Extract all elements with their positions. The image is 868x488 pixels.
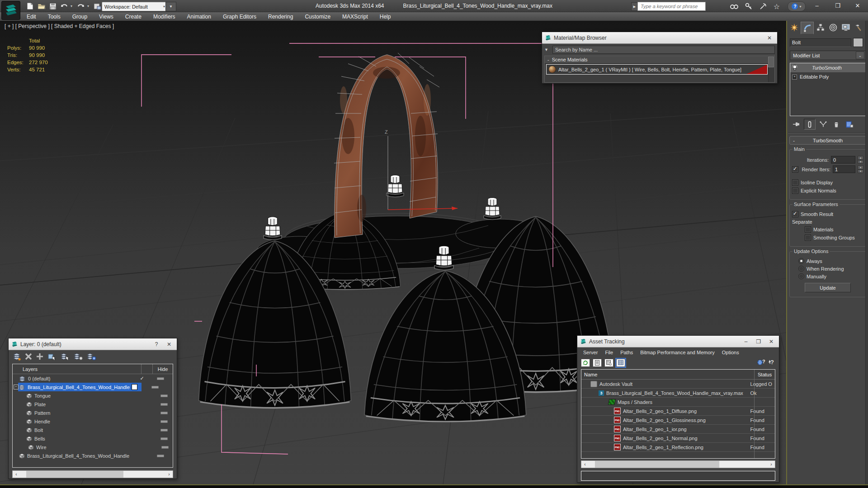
refresh-button[interactable] bbox=[581, 359, 590, 367]
menu-views[interactable]: Views bbox=[93, 14, 119, 20]
menu-group[interactable]: Group bbox=[66, 14, 93, 20]
context-help-button[interactable]: ? bbox=[768, 359, 775, 366]
layer-object-row-brass-bell-object[interactable]: Brass_Liturgical_Bell_4_Tones_Wood_Handl… bbox=[13, 451, 173, 460]
asset-tracking-titlebar[interactable]: Asset Tracking – ❒ ✕ bbox=[577, 336, 779, 347]
menu-create[interactable]: Create bbox=[119, 14, 147, 20]
favorites-button[interactable]: ☆ bbox=[771, 2, 782, 11]
asset-row-reflection[interactable]: PNG Altar_Bells_2_geo_1_Reflection.png F… bbox=[581, 443, 775, 452]
menu-help[interactable]: Help bbox=[374, 14, 397, 20]
layer-object-row-bolt[interactable]: Bolt bbox=[13, 426, 173, 434]
expand-plus-icon[interactable]: + bbox=[792, 75, 797, 80]
sign-in-button[interactable] bbox=[743, 2, 754, 11]
current-layer-checkbox[interactable] bbox=[132, 384, 137, 390]
hide-toggle[interactable] bbox=[148, 455, 173, 457]
menu-rendering[interactable]: Rendering bbox=[262, 14, 299, 20]
tab-modify[interactable] bbox=[801, 22, 814, 34]
menu-modifiers[interactable]: Modifiers bbox=[147, 14, 181, 20]
layer-panel-help-button[interactable]: ? bbox=[151, 341, 161, 347]
project-folder-button[interactable] bbox=[93, 2, 102, 10]
hide-toggle[interactable] bbox=[156, 437, 173, 440]
scroll-left-arrow[interactable]: ‹ bbox=[13, 472, 20, 477]
isoline-display-checkbox[interactable] bbox=[792, 179, 798, 186]
render-iters-spinner[interactable]: ▴ ▾ bbox=[858, 165, 863, 173]
layers-column-header[interactable]: Layers bbox=[13, 366, 141, 372]
pin-stack-button[interactable] bbox=[791, 119, 802, 129]
maximize-button[interactable]: ❒ bbox=[830, 0, 845, 11]
smooth-result-checkbox[interactable] bbox=[792, 211, 798, 217]
set-current-layer-button[interactable] bbox=[60, 352, 70, 361]
object-name-field[interactable]: Bolt bbox=[790, 38, 851, 47]
workspace-selector[interactable]: Workspace: Default ▾ bbox=[102, 2, 168, 11]
hide-column-header[interactable]: Hide bbox=[152, 364, 173, 374]
new-file-button[interactable] bbox=[25, 2, 35, 10]
scroll-thumb[interactable] bbox=[595, 461, 719, 468]
smoothing-groups-checkbox[interactable] bbox=[805, 235, 811, 241]
scroll-track[interactable] bbox=[20, 471, 165, 478]
menu-tools[interactable]: Tools bbox=[42, 14, 66, 20]
scroll-left-arrow[interactable]: ‹ bbox=[581, 462, 589, 467]
layer-object-row-wire[interactable]: Wire bbox=[13, 443, 173, 451]
filter-funnel-icon[interactable]: ▼ bbox=[544, 47, 551, 52]
spin-down-icon[interactable]: ▾ bbox=[858, 160, 863, 164]
material-list-scrollbar[interactable] bbox=[768, 56, 774, 82]
asset-row-ior[interactable]: PNG Altar_Bells_2_geo_1_ior.png Found bbox=[581, 425, 775, 434]
current-layer-check[interactable]: ✓ bbox=[136, 375, 148, 381]
update-button[interactable]: Update bbox=[805, 283, 851, 292]
delete-layer-button[interactable] bbox=[24, 352, 33, 361]
asset-maximize-button[interactable]: ❒ bbox=[754, 338, 764, 345]
open-file-button[interactable] bbox=[37, 2, 46, 10]
remove-modifier-button[interactable] bbox=[831, 119, 842, 129]
menu-bitmap-performance[interactable]: Bitmap Performance and Memory bbox=[637, 350, 717, 355]
spin-up-icon[interactable]: ▴ bbox=[858, 165, 863, 169]
asset-row-diffuse[interactable]: PNG Altar_Bells_2_geo_1_Diffuse.png Foun… bbox=[581, 407, 775, 416]
select-table-button[interactable] bbox=[604, 359, 613, 367]
layer-properties-button[interactable] bbox=[86, 352, 96, 361]
layer-object-row-bells[interactable]: Bells bbox=[13, 434, 173, 443]
hide-toggle[interactable] bbox=[148, 377, 173, 380]
when-rendering-radio[interactable] bbox=[798, 266, 804, 272]
asset-row-maxfile[interactable]: 3 Brass_Liturgical_Bell_4_Tones_Wood_Han… bbox=[581, 389, 775, 398]
scroll-track[interactable] bbox=[589, 461, 768, 468]
scroll-right-arrow[interactable]: › bbox=[768, 462, 775, 467]
hide-toggle[interactable] bbox=[156, 394, 173, 397]
tab-motion[interactable] bbox=[827, 22, 839, 33]
manually-radio[interactable] bbox=[798, 273, 804, 279]
asset-minimize-button[interactable]: – bbox=[741, 338, 751, 345]
always-radio[interactable] bbox=[798, 258, 804, 264]
quick-access-overflow-button[interactable]: ▼ bbox=[165, 2, 176, 11]
layer-object-row-hendle[interactable]: Hendle bbox=[13, 417, 173, 426]
menu-paths[interactable]: Paths bbox=[617, 350, 636, 355]
render-iters-checkbox[interactable] bbox=[792, 166, 798, 173]
close-button[interactable]: ✕ bbox=[850, 0, 865, 11]
material-search-input[interactable]: Search by Name ... bbox=[552, 46, 775, 54]
layer-horizontal-scrollbar[interactable]: ‹ › bbox=[12, 470, 173, 478]
layer-panel-close-button[interactable]: ✕ bbox=[164, 341, 174, 347]
layer-panel-titlebar[interactable]: Layer: 0 (default) ? ✕ bbox=[9, 338, 177, 350]
materials-checkbox[interactable] bbox=[805, 226, 811, 233]
layer-object-row-pattern[interactable]: Pattern bbox=[13, 408, 173, 417]
list-view-button[interactable] bbox=[593, 359, 602, 367]
menu-server[interactable]: Server bbox=[580, 350, 601, 355]
infocenter-search-input[interactable]: Type a keyword or phrase bbox=[637, 2, 706, 11]
name-column-header[interactable]: Name bbox=[581, 372, 754, 377]
modifier-list-dropdown[interactable]: Modifier List ⌄ bbox=[790, 51, 866, 60]
asset-row-glossiness[interactable]: PNG Altar_Bells_2_geo_1_Glossiness.png F… bbox=[581, 416, 775, 425]
3dsmax-logo-button[interactable] bbox=[1, 1, 20, 20]
scene-materials-group-header[interactable]: - Scene Materials bbox=[545, 56, 774, 64]
help-button[interactable]: ? ▾ bbox=[788, 1, 806, 11]
scroll-right-arrow[interactable]: › bbox=[165, 472, 173, 477]
table-view-button[interactable] bbox=[616, 359, 625, 367]
communication-center-button[interactable] bbox=[758, 2, 769, 11]
asset-close-button[interactable]: ✕ bbox=[766, 338, 776, 345]
spin-down-icon[interactable]: ▾ bbox=[858, 169, 863, 174]
asset-horizontal-scrollbar[interactable]: ‹ › bbox=[581, 460, 775, 468]
collapse-minus-icon[interactable]: − bbox=[14, 385, 19, 389]
turbosmooth-rollout-header[interactable]: - TurboSmooth bbox=[789, 136, 866, 145]
hide-toggle[interactable] bbox=[157, 446, 173, 449]
redo-button[interactable] bbox=[76, 2, 85, 10]
hide-toggle[interactable] bbox=[156, 420, 173, 423]
lightbulb-icon[interactable] bbox=[792, 65, 797, 71]
hide-toggle[interactable] bbox=[156, 429, 173, 432]
connect-help-button[interactable]: ? bbox=[757, 359, 765, 366]
menu-graph-editors[interactable]: Graph Editors bbox=[217, 14, 262, 20]
